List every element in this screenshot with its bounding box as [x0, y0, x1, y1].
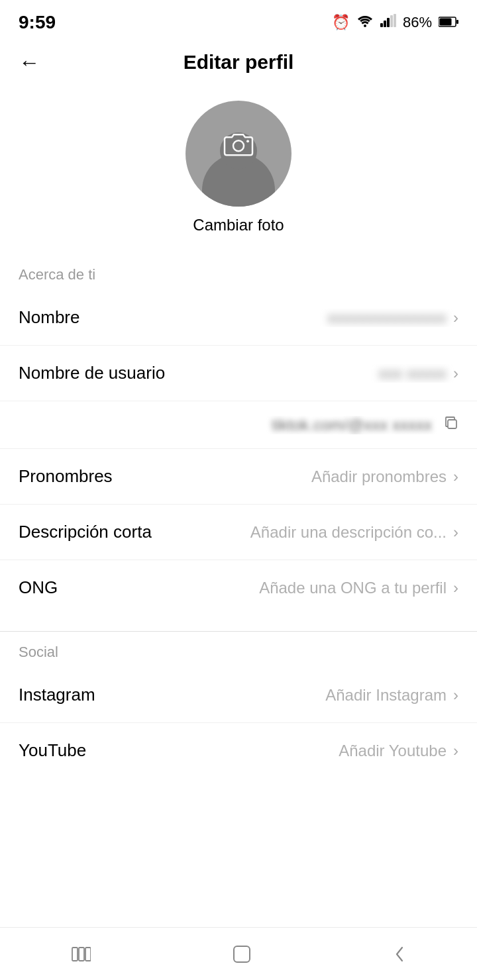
- battery-icon: [439, 14, 458, 31]
- svg-rect-11: [448, 420, 456, 428]
- instagram-row[interactable]: Instagram Añadir Instagram ›: [0, 667, 477, 723]
- descripcion-right: Añadir una descripción co... ›: [152, 523, 458, 542]
- back-button[interactable]: ←: [19, 52, 40, 73]
- tiktok-url-value: tiktok.com/@xxx xxxxx: [272, 416, 432, 434]
- pronombres-row[interactable]: Pronombres Añadir pronombres ›: [0, 449, 477, 505]
- wifi-icon: [356, 15, 374, 31]
- nav-bar: [0, 927, 477, 980]
- pronombres-chevron: ›: [453, 467, 458, 486]
- ong-chevron: ›: [453, 579, 458, 597]
- svg-rect-3: [387, 18, 390, 27]
- status-bar: 9:59 ⏰: [0, 0, 477, 40]
- tiktok-url-right: tiktok.com/@xxx xxxxx: [19, 416, 458, 434]
- svg-rect-4: [390, 15, 393, 27]
- svg-rect-14: [85, 948, 91, 961]
- svg-rect-8: [456, 20, 458, 24]
- username-chevron: ›: [453, 364, 458, 383]
- header: ← Editar perfil: [0, 40, 477, 87]
- copy-icon[interactable]: [444, 416, 458, 434]
- username-row[interactable]: Nombre de usuario xxx xxxxx ›: [0, 346, 477, 401]
- nav-menu-button[interactable]: [44, 940, 117, 969]
- pronombres-label: Pronombres: [19, 466, 113, 487]
- nombre-label: Nombre: [19, 307, 80, 328]
- ong-value: Añade una ONG a tu perfil: [259, 579, 447, 597]
- username-label: Nombre de usuario: [19, 363, 165, 383]
- tiktok-url-row[interactable]: tiktok.com/@xxx xxxxx: [0, 401, 477, 449]
- instagram-right: Añadir Instagram ›: [95, 686, 458, 705]
- alarm-icon: ⏰: [332, 14, 350, 31]
- signal-icon: [380, 14, 396, 31]
- youtube-label: YouTube: [19, 740, 86, 761]
- descripcion-chevron: ›: [453, 523, 458, 542]
- change-photo-label[interactable]: Cambiar foto: [193, 216, 284, 234]
- ong-row[interactable]: ONG Añade una ONG a tu perfil ›: [0, 560, 477, 615]
- status-time: 9:59: [19, 12, 56, 33]
- svg-rect-5: [394, 14, 396, 27]
- about-section: Acerca de ti Nombre xxxxxxxxxxxxxxx › No…: [0, 254, 477, 615]
- youtube-right: Añadir Youtube ›: [86, 742, 458, 760]
- camera-icon: [223, 129, 254, 164]
- ong-right: Añade una ONG a tu perfil ›: [58, 579, 458, 597]
- nav-home-button[interactable]: [206, 938, 278, 970]
- ong-label: ONG: [19, 577, 58, 598]
- status-icons: ⏰ 86%: [332, 14, 458, 31]
- battery-percentage: 86%: [403, 14, 432, 31]
- youtube-value: Añadir Youtube: [339, 742, 447, 760]
- instagram-label: Instagram: [19, 685, 95, 705]
- nombre-row[interactable]: Nombre xxxxxxxxxxxxxxx ›: [0, 290, 477, 346]
- page-title: Editar perfil: [184, 51, 294, 74]
- nav-back-button[interactable]: [366, 938, 433, 970]
- svg-point-9: [233, 140, 244, 151]
- nombre-chevron: ›: [453, 309, 458, 327]
- avatar-section: Cambiar foto: [0, 87, 477, 254]
- nombre-right: xxxxxxxxxxxxxxx ›: [80, 309, 458, 327]
- nombre-value: xxxxxxxxxxxxxxx: [327, 309, 447, 327]
- instagram-value: Añadir Instagram: [325, 686, 447, 705]
- instagram-chevron: ›: [453, 686, 458, 705]
- svg-rect-7: [440, 19, 452, 26]
- social-section-label: Social: [0, 632, 477, 667]
- descripcion-row[interactable]: Descripción corta Añadir una descripción…: [0, 505, 477, 560]
- svg-rect-1: [380, 23, 383, 27]
- svg-rect-15: [234, 946, 250, 962]
- social-section: Social Instagram Añadir Instagram › YouT…: [0, 632, 477, 778]
- youtube-row[interactable]: YouTube Añadir Youtube ›: [0, 723, 477, 778]
- pronombres-right: Añadir pronombres ›: [113, 467, 458, 486]
- avatar-image[interactable]: [186, 101, 292, 207]
- svg-rect-12: [72, 948, 78, 961]
- youtube-chevron: ›: [453, 742, 458, 760]
- svg-point-0: [364, 24, 366, 27]
- pronombres-value: Añadir pronombres: [311, 467, 447, 486]
- camera-icon-wrap: [223, 128, 254, 164]
- about-section-label: Acerca de ti: [0, 254, 477, 290]
- descripcion-label: Descripción corta: [19, 522, 152, 542]
- svg-point-10: [246, 140, 249, 142]
- svg-rect-13: [79, 948, 84, 961]
- username-right: xxx xxxxx ›: [165, 364, 458, 383]
- svg-rect-2: [384, 21, 386, 27]
- username-value: xxx xxxxx: [378, 364, 447, 383]
- descripcion-value: Añadir una descripción co...: [250, 523, 447, 542]
